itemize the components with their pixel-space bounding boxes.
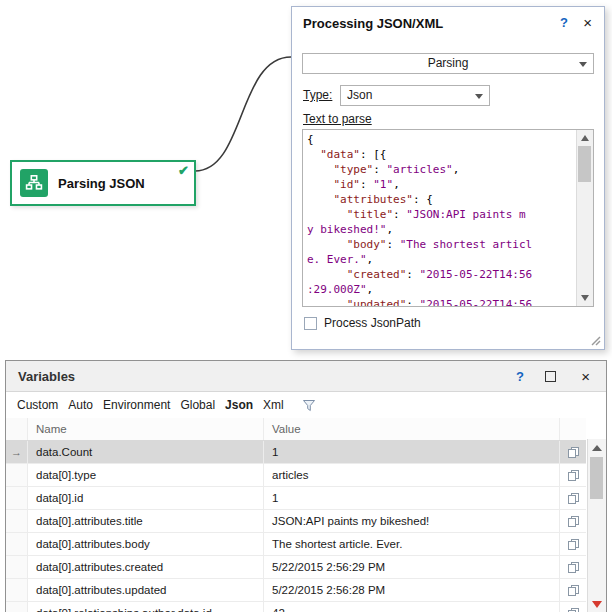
text-to-parse-label[interactable]: Text to parse [303,112,372,126]
table-row[interactable]: → data[0].attributes.updated 5/22/2015 2… [6,579,586,602]
row-gutter: → [6,441,28,463]
editor-scrollbar[interactable] [576,130,593,306]
tab-custom[interactable]: Custom [17,398,58,412]
scroll-down-alert-icon[interactable] [592,601,602,608]
cell-value[interactable]: 1 [264,441,560,463]
type-label[interactable]: Type: [303,88,332,102]
cell-value[interactable]: The shortest article. Ever. [264,533,560,555]
tab-auto[interactable]: Auto [68,398,93,412]
table-header: Name Value [6,418,586,441]
row-gutter: → [6,579,28,601]
screen: Parsing JSON ✔ Processing JSON/XML ? × P… [0,0,612,612]
table-row[interactable]: → data[0].id 1 [6,487,586,510]
copy-icon [567,515,580,528]
copy-icon [567,561,580,574]
tab-environment[interactable]: Environment [103,398,170,412]
filter-icon[interactable] [302,399,316,412]
copy-button[interactable] [560,579,586,601]
cell-value[interactable]: JSON:API paints my bikeshed! [264,510,560,532]
tab-global[interactable]: Global [180,398,215,412]
processing-dialog: Processing JSON/XML ? × Parsing Type: Js… [291,6,605,350]
copy-icon [567,538,580,551]
variables-table-body: → data.Count 1 → data[0].type articles →… [6,441,586,612]
copy-icon [567,492,580,505]
tab-xml[interactable]: Xml [263,398,284,412]
variables-window: Variables ? × CustomAutoEnvironmentGloba… [5,360,607,612]
copy-icon [567,469,580,482]
header-gutter [6,418,28,440]
cell-name[interactable]: data.Count [28,441,264,463]
cell-name[interactable]: data[0].id [28,487,264,509]
copy-button[interactable] [560,602,586,612]
scroll-up-icon[interactable] [592,445,602,451]
row-gutter: → [6,464,28,486]
process-jsonpath-checkbox[interactable] [304,317,317,330]
chevron-down-icon [579,62,587,67]
column-header-value[interactable]: Value [264,418,560,440]
help-button[interactable]: ? [516,369,524,384]
type-dropdown-value: Json [347,88,372,102]
help-button[interactable]: ? [560,15,568,30]
cell-name[interactable]: data[0].attributes.title [28,510,264,532]
type-dropdown[interactable]: Json [340,85,490,106]
column-header-name[interactable]: Name [28,418,264,440]
variables-titlebar[interactable]: Variables ? × [6,361,606,392]
copy-icon [567,446,580,459]
table-row[interactable]: → data[0].attributes.title JSON:API pain… [6,510,586,533]
valid-check-icon: ✔ [178,163,189,178]
chevron-down-icon [475,94,483,99]
cell-value[interactable]: 5/22/2015 2:56:28 PM [264,579,560,601]
selected-row-arrow-icon: → [11,446,22,458]
table-row[interactable]: → data[0].relationships.author.data.id 4… [6,602,586,612]
row-gutter: → [6,510,28,532]
cell-value[interactable]: 5/22/2015 2:56:29 PM [264,556,560,578]
resize-grip[interactable] [590,335,601,346]
table-row[interactable]: → data[0].type articles [6,464,586,487]
cell-name[interactable]: data[0].attributes.updated [28,579,264,601]
close-icon[interactable]: × [581,368,590,385]
scroll-up-icon[interactable] [581,135,589,141]
dialog-title: Processing JSON/XML [303,16,443,31]
copy-button[interactable] [560,533,586,555]
header-copy-spacer [560,418,586,440]
row-gutter: → [6,487,28,509]
cell-name[interactable]: data[0].relationships.author.data.id [28,602,264,612]
process-jsonpath-label: Process JsonPath [324,316,421,330]
row-gutter: → [6,602,28,612]
scroll-down-icon[interactable] [581,295,589,301]
copy-button[interactable] [560,487,586,509]
cell-value[interactable]: 42 [264,602,560,612]
copy-button[interactable] [560,464,586,486]
action-dropdown-value: Parsing [428,56,469,70]
copy-button[interactable] [560,556,586,578]
table-row[interactable]: → data[0].attributes.body The shortest a… [6,533,586,556]
node-label: Parsing JSON [58,162,145,204]
action-dropdown[interactable]: Parsing [302,53,594,74]
scroll-thumb[interactable] [578,146,591,182]
maximize-icon[interactable] [545,371,556,382]
text-to-parse-editor[interactable]: { "data": [{ "type": "articles", "id": "… [302,129,594,307]
sitemap-icon [20,169,48,197]
json-code[interactable]: { "data": [{ "type": "articles", "id": "… [303,130,577,306]
variables-title: Variables [18,369,75,384]
cell-name[interactable]: data[0].type [28,464,264,486]
variables-tabs: CustomAutoEnvironmentGlobalJsonXml [6,392,606,418]
copy-icon [567,607,580,612]
copy-icon [567,584,580,597]
cell-name[interactable]: data[0].attributes.created [28,556,264,578]
copy-button[interactable] [560,510,586,532]
table-row[interactable]: → data.Count 1 [6,441,586,464]
flow-node-parsing-json[interactable]: Parsing JSON ✔ [10,160,196,206]
table-scrollbar[interactable] [587,439,606,612]
row-gutter: → [6,533,28,555]
cell-value[interactable]: articles [264,464,560,486]
tab-json[interactable]: Json [225,398,253,412]
copy-button[interactable] [560,441,586,463]
row-gutter: → [6,556,28,578]
scroll-thumb[interactable] [590,457,603,499]
close-icon[interactable]: × [583,14,592,31]
cell-value[interactable]: 1 [264,487,560,509]
table-row[interactable]: → data[0].attributes.created 5/22/2015 2… [6,556,586,579]
cell-name[interactable]: data[0].attributes.body [28,533,264,555]
